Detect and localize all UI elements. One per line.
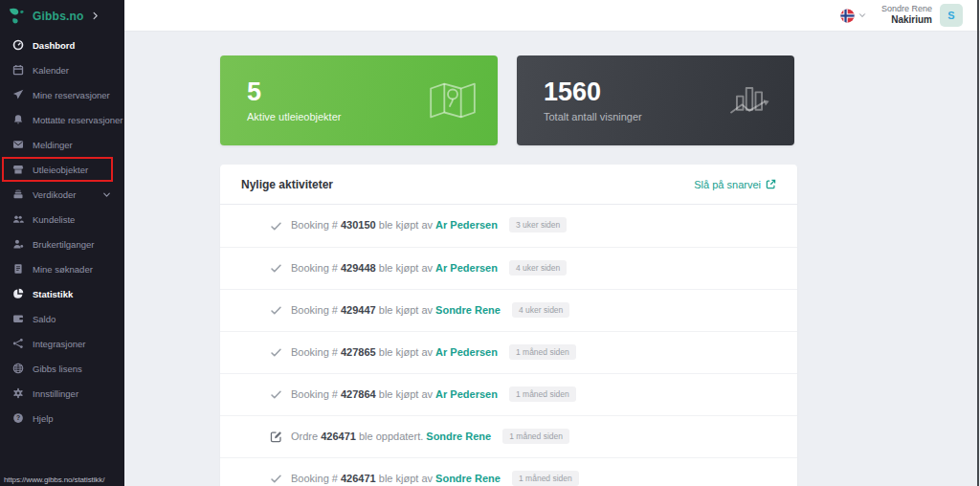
sidebar-item-label: Mine søknader bbox=[33, 264, 93, 275]
sidebar-item-hjelp[interactable]: ? Hjelp bbox=[0, 406, 124, 431]
activity-row: Booking # 427865 ble kjøpt av Ar Pederse… bbox=[220, 331, 797, 373]
chevron-down-icon bbox=[858, 11, 866, 19]
customer-link[interactable]: Ar Pedersen bbox=[435, 262, 498, 274]
time-badge: 1 måned siden bbox=[512, 471, 579, 486]
sidebar-item-label: Innstillinger bbox=[33, 388, 78, 399]
sidebar-item-label: Meldinger bbox=[33, 140, 73, 150]
sidebar-item-label: Kalender bbox=[33, 65, 69, 76]
sidebar-item-innstillinger[interactable]: Innstillinger bbox=[0, 381, 124, 406]
customer-link[interactable]: Ar Pedersen bbox=[435, 388, 498, 400]
check-icon bbox=[270, 388, 282, 401]
activity-text: Booking # bbox=[291, 219, 338, 231]
logo[interactable]: Gibbs.no bbox=[0, 0, 124, 32]
customer-link[interactable]: Sondre Rene bbox=[435, 473, 501, 484]
user-name: Sondre Rene bbox=[881, 4, 932, 14]
document-icon bbox=[12, 263, 24, 275]
cake-icon bbox=[12, 188, 24, 200]
activity-text: Booking # bbox=[291, 262, 338, 274]
activity-text: Booking # bbox=[291, 388, 338, 400]
sidebar-item-integrasjoner[interactable]: Integrasjoner bbox=[0, 331, 124, 356]
sidebar-item-label: Mottatte reservasjoner bbox=[33, 115, 123, 125]
booking-number: 430150 bbox=[341, 219, 376, 231]
envelope-icon bbox=[12, 139, 24, 150]
user-menu[interactable]: Sondre Rene Nakirium bbox=[881, 4, 932, 27]
sidebar-collapse-icon[interactable] bbox=[91, 11, 100, 20]
activity-text: ble kjøpt av bbox=[379, 388, 433, 400]
bell-icon bbox=[12, 114, 24, 125]
sidebar-item-verdikoder[interactable]: Verdikoder bbox=[0, 182, 124, 207]
sidebar-item-utleieobjekter[interactable]: Utleieobjekter bbox=[0, 157, 124, 182]
activity-row: Ordre 426471 ble oppdatert. Sondre Rene … bbox=[220, 415, 797, 457]
sidebar-item-statistikk[interactable]: Statistikk bbox=[0, 281, 124, 306]
activity-text: ble kjøpt av bbox=[379, 346, 433, 358]
activity-text: Booking # bbox=[291, 473, 338, 484]
booking-number: 429447 bbox=[341, 304, 376, 316]
top-header: Sondre Rene Nakirium S bbox=[124, 0, 980, 32]
customer-link[interactable]: Ar Pedersen bbox=[435, 219, 498, 231]
store-icon bbox=[12, 164, 24, 175]
edit-icon bbox=[270, 431, 282, 443]
sidebar-item-label: Brukertilganger bbox=[33, 239, 94, 250]
app-window: Gibbs.no Dashbord Kalender Mine reservas… bbox=[0, 0, 980, 486]
sidebar-item-label: Hjelp bbox=[33, 413, 54, 424]
users-icon bbox=[12, 213, 24, 225]
sidebar-item-mine-reservasjoner[interactable]: Mine reservasjoner bbox=[0, 82, 124, 107]
svg-text:?: ? bbox=[16, 414, 20, 421]
external-link-icon bbox=[766, 179, 776, 189]
chevron-down-icon bbox=[102, 190, 111, 199]
sidebar-item-saldo[interactable]: Saldo bbox=[0, 306, 124, 331]
sidebar-item-gibbs-lisens[interactable]: Gibbs lisens bbox=[0, 356, 124, 381]
time-badge: 4 uker siden bbox=[509, 260, 567, 276]
map-location-icon bbox=[429, 80, 477, 121]
sidebar-item-kundeliste[interactable]: Kundeliste bbox=[0, 207, 124, 232]
wallet-icon bbox=[12, 313, 24, 324]
activity-row: Booking # 426471 ble kjøpt av Sondre Ren… bbox=[220, 457, 797, 486]
language-selector[interactable] bbox=[840, 9, 866, 23]
sidebar-item-label: Statistikk bbox=[33, 289, 73, 299]
gear-icon bbox=[12, 387, 24, 399]
activity-text: Booking # bbox=[291, 346, 338, 358]
sidebar-item-mine-soknader[interactable]: Mine søknader bbox=[0, 256, 124, 281]
dashboard-icon bbox=[12, 39, 24, 51]
globe-icon bbox=[12, 363, 24, 374]
sidebar-item-dashbord[interactable]: Dashbord bbox=[0, 33, 124, 57]
sidebar-item-kalender[interactable]: Kalender bbox=[0, 57, 124, 82]
sidebar-item-mottatte-reservasjoner[interactable]: Mottatte reservasjoner bbox=[0, 107, 124, 132]
paper-plane-icon bbox=[12, 89, 24, 100]
activity-text: ble oppdatert. bbox=[359, 431, 423, 442]
activity-text: ble kjøpt av bbox=[379, 304, 433, 316]
shortcut-label: Slå på snarvei bbox=[694, 179, 761, 190]
customer-link[interactable]: Sondre Rene bbox=[426, 431, 491, 442]
sidebar-item-label: Saldo bbox=[33, 314, 56, 324]
activity-row: Booking # 430150 ble kjøpt av Ar Pederse… bbox=[220, 205, 797, 247]
activity-row: Booking # 429447 ble kjøpt av Sondre Ren… bbox=[220, 289, 797, 331]
activity-text: Ordre bbox=[291, 431, 318, 442]
main-content: 5 Aktive utleieobjekter 1560 Totalt anta… bbox=[124, 32, 980, 486]
sidebar-item-label: Mine reservasjoner bbox=[33, 90, 110, 100]
share-nodes-icon bbox=[12, 338, 24, 349]
time-badge: 1 måned siden bbox=[509, 344, 576, 360]
customer-link[interactable]: Sondre Rene bbox=[435, 304, 501, 316]
chart-trend-icon bbox=[725, 80, 773, 121]
booking-number: 427864 bbox=[341, 388, 376, 400]
calendar-icon bbox=[12, 64, 24, 76]
enable-shortcut-link[interactable]: Slå på snarvei bbox=[694, 179, 776, 190]
brand-name: Gibbs.no bbox=[33, 10, 84, 23]
booking-number: 427865 bbox=[341, 346, 376, 358]
help-icon: ? bbox=[12, 412, 24, 424]
norway-flag-icon bbox=[840, 9, 855, 23]
check-icon bbox=[270, 262, 282, 275]
time-badge: 3 uker siden bbox=[509, 217, 567, 232]
sidebar-item-meldinger[interactable]: Meldinger bbox=[0, 132, 124, 157]
gibbs-logo-icon bbox=[8, 7, 27, 26]
user-org: Nakirium bbox=[881, 14, 932, 27]
time-badge: 4 uker siden bbox=[512, 302, 569, 318]
booking-number: 429448 bbox=[341, 262, 376, 274]
avatar[interactable]: S bbox=[940, 4, 963, 27]
recent-activities-panel: Nylige aktiviteter Slå på snarvei Bookin… bbox=[220, 165, 797, 486]
check-icon bbox=[270, 346, 282, 359]
stat-card-total-views: 1560 Totalt antall visninger bbox=[517, 55, 794, 145]
customer-link[interactable]: Ar Pedersen bbox=[435, 346, 498, 358]
sidebar-item-label: Dashbord bbox=[33, 40, 75, 51]
sidebar-item-brukertilganger[interactable]: Brukertilganger bbox=[0, 232, 124, 256]
